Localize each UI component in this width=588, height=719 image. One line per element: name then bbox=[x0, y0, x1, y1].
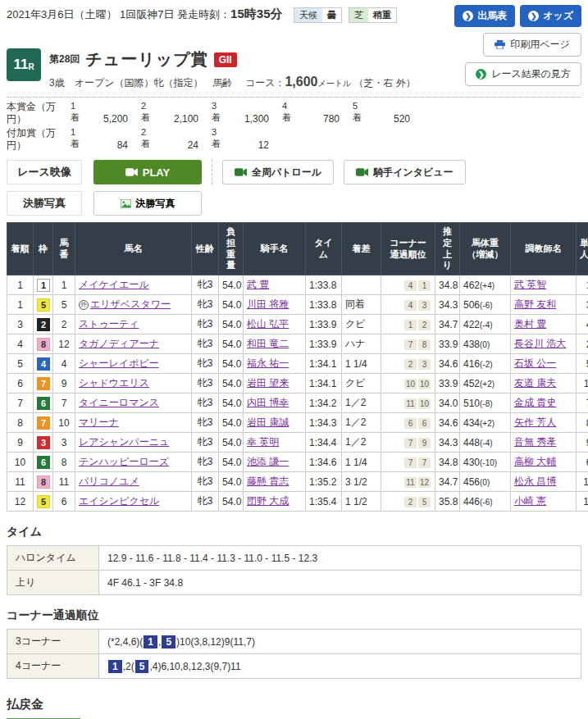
trainer-link[interactable]: 小崎 憲 bbox=[514, 495, 546, 507]
trainer-link[interactable]: 高野 友和 bbox=[514, 298, 556, 310]
jockey-link[interactable]: 団野 大成 bbox=[247, 495, 289, 507]
column-header: コーナー 通過順位 bbox=[381, 223, 435, 275]
result-row: 12 5 6 エイシンピクセル 牝3 54.0 団野 大成 1:35.4 1 1… bbox=[7, 492, 588, 512]
trainer-link[interactable]: 石坂 公一 bbox=[514, 357, 556, 369]
time-row-value: 4F 46.1 - 3F 34.8 bbox=[99, 571, 581, 595]
trainer-link[interactable]: 武 英智 bbox=[514, 279, 546, 290]
trainer-link[interactable]: 松永 昌博 bbox=[514, 476, 556, 487]
jockey-link[interactable]: 和田 竜二 bbox=[247, 338, 289, 349]
last-3f: 34.3 bbox=[435, 295, 460, 315]
jockey-link[interactable]: 岩田 望来 bbox=[247, 377, 289, 389]
horse-name-link[interactable]: タイニーロマンス bbox=[79, 397, 159, 408]
result-guide-button[interactable]: ❯レース結果の見方 bbox=[465, 62, 581, 86]
odds-button[interactable]: ❯オッズ bbox=[520, 5, 581, 27]
trainer-link[interactable]: 奥村 豊 bbox=[514, 318, 546, 330]
horse-name-link[interactable]: シャドウエリス bbox=[79, 377, 149, 389]
corner-cell: 25 bbox=[381, 492, 435, 512]
winner-number-badge: 5 bbox=[162, 635, 175, 648]
finish-photo-button[interactable]: 決勝写真 bbox=[93, 191, 202, 216]
body-weight-diff: (-6) bbox=[480, 301, 493, 310]
body-weight: 416 bbox=[463, 358, 480, 370]
horse-name-link[interactable]: パリコノユメ bbox=[79, 476, 139, 487]
horse-name-link[interactable]: テンハッピーローズ bbox=[79, 456, 169, 467]
carried-weight: 54.0 bbox=[219, 315, 244, 334]
margin: 1 1/4 bbox=[342, 354, 381, 374]
horse-name-link[interactable]: マリーナ bbox=[79, 416, 119, 428]
print-page-button[interactable]: 印刷用ページ bbox=[483, 33, 581, 57]
result-row: 1 5 5 外エリザベスタワー 牝3 54.0 川田 将雅 1:33.8 同着 … bbox=[7, 295, 588, 315]
jockey-link[interactable]: 池添 謙一 bbox=[247, 456, 289, 467]
winner-number-badge: 5 bbox=[135, 660, 149, 673]
prize-item: 2 着24 bbox=[141, 127, 212, 152]
sex-age: 牝3 bbox=[192, 315, 219, 334]
frame-badge: 8 bbox=[37, 476, 50, 489]
horse-name-link[interactable]: エイシンピクセル bbox=[79, 495, 159, 507]
added-prize-values: 1 着842 着243 着12 bbox=[71, 127, 282, 152]
sex-age: 牝3 bbox=[192, 492, 219, 512]
prize-item: 2 着2,100 bbox=[141, 101, 212, 125]
prize-item: 1 着84 bbox=[71, 127, 141, 152]
horse-number: 4 bbox=[53, 354, 75, 374]
finish-time: 1:33.9 bbox=[306, 315, 342, 334]
trainer-link[interactable]: 金成 貴史 bbox=[514, 397, 556, 408]
trainer-link[interactable]: 矢作 芳人 bbox=[514, 416, 556, 428]
margin: 同着 bbox=[342, 295, 381, 315]
finish-position: 1 bbox=[7, 275, 34, 295]
body-weight-diff: (0) bbox=[480, 478, 490, 487]
jockey-link[interactable]: 松山 弘平 bbox=[247, 318, 289, 330]
body-weight: 448 bbox=[463, 437, 480, 448]
trainer-link[interactable]: 音無 秀孝 bbox=[514, 436, 556, 448]
column-header: 負 担 重 量 bbox=[219, 223, 244, 275]
corner-cell: 41 bbox=[381, 275, 435, 295]
play-button[interactable]: PLAY bbox=[93, 160, 202, 184]
margin: 1／2 bbox=[342, 433, 381, 453]
grade-badge: GII bbox=[214, 52, 237, 67]
corner-row-label: 4コーナー bbox=[7, 654, 99, 679]
frame-badge: 4 bbox=[37, 357, 50, 371]
finish-time: 1:34.4 bbox=[306, 433, 342, 453]
horse-name-link[interactable]: メイケイエール bbox=[79, 279, 149, 290]
jockey-link[interactable]: 岩田 康誠 bbox=[247, 416, 289, 428]
time-row-label: 上り bbox=[7, 571, 99, 595]
trainer-link[interactable]: 長谷川 浩大 bbox=[514, 338, 566, 349]
horse-number: 2 bbox=[53, 315, 75, 334]
prize-item: 3 着12 bbox=[212, 127, 282, 152]
race-header: 11R 第28回 チューリップ賞 GII 3歳 オープン（国際）牝（指定） 馬齢… bbox=[7, 48, 482, 90]
last-3f: 34.6 bbox=[435, 413, 460, 433]
horse-number: 6 bbox=[53, 492, 75, 512]
jockey-link[interactable]: 川田 将雅 bbox=[247, 298, 289, 310]
patrol-video-button[interactable]: 全周パトロール bbox=[222, 160, 334, 184]
jockey-link[interactable]: 武 豊 bbox=[247, 279, 269, 290]
horse-number: 8 bbox=[53, 453, 75, 472]
trainer-link[interactable]: 友道 康夫 bbox=[514, 377, 556, 389]
corner-position: 5 bbox=[418, 497, 431, 507]
corner-position: 6 bbox=[404, 418, 417, 429]
jockey-link[interactable]: 内田 博幸 bbox=[247, 397, 289, 408]
horse-name-link[interactable]: エリザベスタワー bbox=[90, 298, 171, 310]
race-name: チューリップ賞 bbox=[85, 48, 207, 71]
horse-name-link[interactable]: レアシャンパーニュ bbox=[79, 436, 169, 448]
finish-time: 1:33.8 bbox=[306, 295, 342, 315]
horse-name-link[interactable]: タガノディアーナ bbox=[79, 338, 159, 349]
jockey-link[interactable]: 福永 祐一 bbox=[247, 357, 289, 369]
carried-weight: 54.0 bbox=[219, 374, 244, 394]
horse-number: 10 bbox=[53, 413, 75, 433]
jockey-link[interactable]: 藤懸 貴志 bbox=[247, 476, 289, 487]
time-table: ハロンタイム12.9 - 11.6 - 11.8 - 11.4 - 11.3 -… bbox=[7, 545, 581, 595]
jockey-interview-button[interactable]: 騎手インタビュー bbox=[344, 160, 465, 184]
trainer-link[interactable]: 高柳 大輔 bbox=[514, 456, 556, 467]
jockey-link[interactable]: 幸 英明 bbox=[247, 436, 279, 448]
corner-cell: 1110 bbox=[381, 394, 435, 413]
prize-rank: 3 着 bbox=[212, 101, 226, 125]
result-row: 8 7 10 マリーナ 牝3 54.0 岩田 康誠 1:34.3 1／2 66 … bbox=[7, 413, 588, 433]
horse-name-link[interactable]: ストゥーティ bbox=[79, 318, 139, 330]
column-header: 単勝 人気 bbox=[577, 223, 588, 275]
horse-name-link[interactable]: シャーレイポピー bbox=[79, 357, 159, 369]
win-popularity: 12 bbox=[577, 492, 588, 512]
body-weight-diff: (0) bbox=[480, 340, 490, 349]
last-3f: 34.8 bbox=[435, 453, 460, 472]
finish-position: 4 bbox=[7, 334, 34, 354]
finish-photo-label: 決勝写真 bbox=[7, 191, 82, 216]
entries-button[interactable]: ❯出馬表 bbox=[454, 5, 515, 27]
finish-position: 11 bbox=[7, 472, 34, 492]
